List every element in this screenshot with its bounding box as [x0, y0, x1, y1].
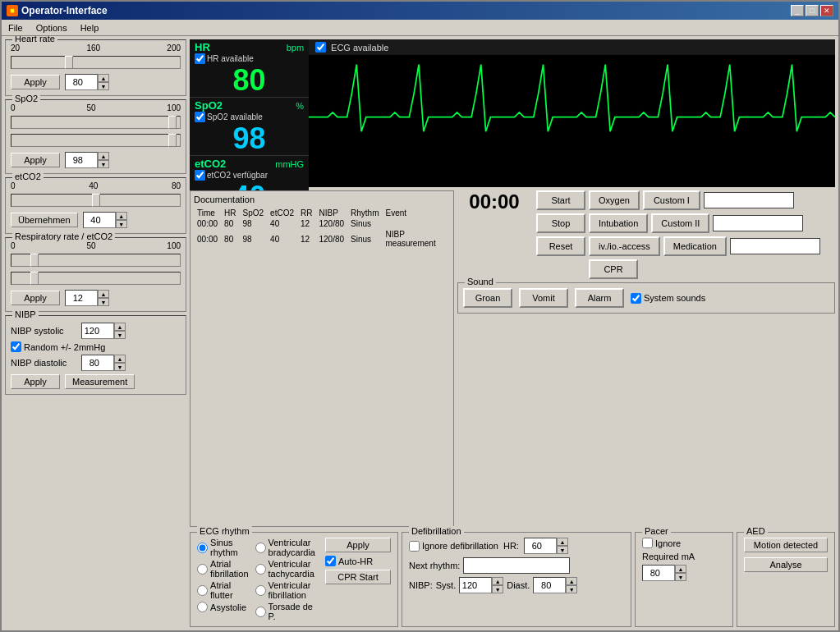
nibp-measurement-button[interactable]: Measurement	[65, 374, 135, 389]
radio-sinus-input[interactable]	[197, 543, 208, 553]
ecg-rhythm-apply-button[interactable]: Apply	[325, 538, 391, 552]
intubation-button[interactable]: Intubation	[589, 213, 648, 233]
pacer-ignore-checkbox[interactable]	[642, 538, 653, 548]
pacer-ignore-check[interactable]: Ignore	[642, 538, 726, 548]
custom1-select[interactable]	[704, 192, 794, 208]
auto-hr-checkbox[interactable]	[325, 556, 336, 566]
maximize-button[interactable]: □	[806, 5, 819, 16]
system-sounds-checkbox[interactable]	[631, 293, 641, 304]
medication-button[interactable]: Medication	[663, 236, 727, 256]
spo2-available-checkbox[interactable]	[195, 112, 205, 122]
defib-diast-up[interactable]: ▲	[566, 577, 577, 585]
resp-slider-bottom[interactable]	[11, 272, 181, 285]
close-button[interactable]: ✕	[820, 5, 833, 16]
etco2-spin-up[interactable]: ▲	[116, 212, 127, 220]
spo2-spin-input[interactable]	[65, 152, 98, 168]
hr-spin-up[interactable]: ▲	[98, 74, 109, 82]
hr-slider[interactable]	[11, 56, 181, 69]
defib-hr-down[interactable]: ▼	[557, 546, 568, 554]
motion-detected-button[interactable]: Motion detected	[744, 538, 828, 552]
resp-slider-top[interactable]	[11, 254, 181, 267]
spo2-spin-up[interactable]: ▲	[98, 152, 109, 160]
defib-hr-up[interactable]: ▲	[557, 538, 568, 546]
nibp-random-checkbox[interactable]	[11, 341, 21, 352]
custom2-button[interactable]: Custom II	[651, 213, 709, 233]
vomit-button[interactable]: Vomit	[519, 288, 568, 308]
radio-asystole[interactable]: Asystolie	[197, 602, 248, 612]
etco2-spin-down[interactable]: ▼	[116, 220, 127, 228]
ecg-rhythm-box: ECG rhythm Sinus rhythm Atrial fibrillat…	[190, 532, 398, 627]
cpr-start-button[interactable]: CPR Start	[325, 570, 391, 584]
radio-sinus[interactable]: Sinus rhythm	[197, 538, 248, 557]
nibp-apply-button[interactable]: Apply	[11, 374, 60, 389]
auto-hr-check[interactable]: Auto-HR	[325, 556, 391, 566]
hr-spin-down[interactable]: ▼	[98, 82, 109, 90]
hr-apply-button[interactable]: Apply	[11, 75, 60, 89]
groan-button[interactable]: Groan	[463, 288, 512, 308]
nibp-diastolic-input[interactable]	[81, 355, 114, 371]
radio-torsade-input[interactable]	[255, 607, 266, 617]
radio-vbrad-input[interactable]	[255, 543, 266, 553]
defib-diast-input[interactable]	[533, 577, 566, 593]
alarm-button[interactable]: Alarm	[575, 288, 624, 308]
pacer-ma-up[interactable]: ▲	[675, 565, 686, 573]
spo2-spin-down[interactable]: ▼	[98, 160, 109, 168]
resp-spin-up[interactable]: ▲	[98, 290, 109, 298]
ignore-defib-checkbox[interactable]	[409, 541, 420, 552]
menu-options[interactable]: Options	[33, 22, 71, 34]
radio-vbrad[interactable]: Ventricular bradycardia	[255, 538, 315, 557]
radio-vtach-input[interactable]	[255, 564, 266, 575]
radio-afib-input[interactable]	[197, 564, 208, 575]
system-sounds-check[interactable]: System sounds	[631, 293, 705, 304]
nibp-diastolic-up[interactable]: ▲	[114, 355, 126, 363]
defib-hr-input[interactable]	[524, 538, 557, 554]
oxygen-button[interactable]: Oxygen	[589, 190, 640, 210]
pacer-ma-input[interactable]	[642, 565, 675, 581]
radio-torsade[interactable]: Torsade de P.	[255, 602, 315, 621]
defib-diast-down[interactable]: ▼	[566, 585, 577, 593]
etco2-spin-input[interactable]	[83, 212, 116, 228]
nibp-systolic-down[interactable]: ▼	[114, 331, 126, 339]
hr-spin-input[interactable]	[65, 74, 98, 90]
etco2-slider[interactable]	[11, 194, 181, 207]
defib-syst-up[interactable]: ▲	[492, 577, 503, 585]
radio-asystole-input[interactable]	[197, 602, 208, 612]
radio-vfib[interactable]: Ventricular fibrillation	[255, 580, 315, 600]
radio-aflutter[interactable]: Atrial flutter	[197, 580, 248, 600]
nibp-systolic-input[interactable]	[81, 323, 114, 339]
start-button[interactable]: Start	[536, 190, 585, 210]
radio-aflutter-input[interactable]	[197, 585, 208, 596]
next-rhythm-select[interactable]	[463, 557, 570, 574]
custom1-button[interactable]: Custom I	[643, 190, 700, 210]
medication-select[interactable]	[730, 238, 820, 254]
cpr-button[interactable]: CPR	[589, 259, 638, 279]
stop-button[interactable]: Stop	[536, 213, 585, 233]
iv-access-button[interactable]: iv./io.-access	[589, 236, 660, 256]
resp-apply-button[interactable]: Apply	[11, 291, 60, 305]
menu-help[interactable]: Help	[77, 22, 103, 34]
ignore-defib-check[interactable]: Ignore defibrillation	[409, 541, 498, 552]
spo2-slider-bottom[interactable]	[11, 134, 181, 147]
analyse-button[interactable]: Analyse	[744, 557, 828, 572]
radio-afib[interactable]: Atrial fibrillation	[197, 559, 248, 579]
ecg-available-checkbox[interactable]	[315, 42, 326, 53]
radio-vfib-input[interactable]	[255, 585, 266, 596]
radio-vtach[interactable]: Ventricular tachycardia	[255, 559, 315, 579]
resp-spin-input[interactable]	[65, 290, 98, 306]
etco2-apply-button[interactable]: Übernehmen	[11, 213, 78, 227]
nibp-diastolic-down[interactable]: ▼	[114, 363, 126, 371]
custom2-select[interactable]	[713, 215, 803, 231]
pacer-ma-down[interactable]: ▼	[675, 573, 686, 581]
hr-available-checkbox[interactable]	[195, 53, 205, 64]
minimize-button[interactable]: _	[791, 5, 804, 16]
menu-file[interactable]: File	[5, 22, 26, 34]
nibp-random-check[interactable]: Random +/- 2mmHg	[11, 341, 105, 352]
nibp-systolic-up[interactable]: ▲	[114, 323, 126, 331]
defib-syst-down[interactable]: ▼	[492, 585, 503, 593]
spo2-apply-button[interactable]: Apply	[11, 153, 60, 167]
etco2-available-checkbox[interactable]	[195, 170, 205, 181]
reset-button[interactable]: Reset	[536, 236, 585, 256]
defib-syst-input[interactable]	[459, 577, 492, 593]
resp-spin-down[interactable]: ▼	[98, 298, 109, 306]
spo2-slider-top[interactable]	[11, 116, 181, 129]
